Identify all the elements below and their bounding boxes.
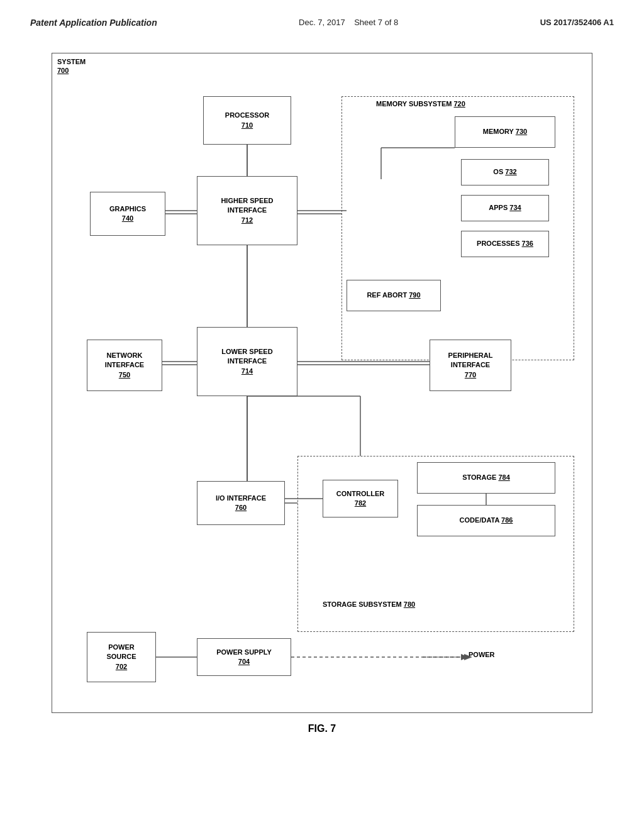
os-box: OS 732 xyxy=(461,159,549,185)
ref-abort-box: REF ABORT 790 xyxy=(347,280,441,311)
svg-marker-10 xyxy=(461,654,469,660)
processor-box: PROCESSOR 710 xyxy=(203,96,291,145)
storage-subsystem-label: STORAGE SUBSYSTEM 780 xyxy=(323,600,415,608)
network-box: NETWORK INTERFACE 750 xyxy=(87,340,162,391)
system-label: SYSTEM 700 xyxy=(57,57,86,75)
lower-speed-box: LOWER SPEED INTERFACE 714 xyxy=(197,327,297,396)
power-source-box: POWER SOURCE 702 xyxy=(87,632,156,682)
header-right: US 2017/352406 A1 xyxy=(540,18,614,27)
header-center: Dec. 7, 2017 Sheet 7 of 8 xyxy=(299,18,398,27)
memory-subsystem-label: MEMORY SUBSYSTEM 720 xyxy=(376,100,465,108)
memory-box: MEMORY 730 xyxy=(455,116,555,148)
code-data-box: CODE/DATA 786 xyxy=(417,505,555,536)
processes-box: PROCESSES 736 xyxy=(461,231,549,257)
graphics-box: GRAPHICS 740 xyxy=(90,192,165,236)
higher-speed-box: HIGHER SPEED INTERFACE 712 xyxy=(197,176,297,245)
power-supply-box: POWER SUPPLY 704 xyxy=(197,638,291,676)
io-interface-box: I/O INTERFACE 760 xyxy=(197,481,285,525)
controller-box: CONTROLLER 782 xyxy=(323,480,398,517)
apps-box: APPS 734 xyxy=(461,195,549,221)
page-header: Patent Application Publication Dec. 7, 2… xyxy=(0,0,644,34)
peripheral-box: PERIPHERAL INTERFACE 770 xyxy=(430,340,511,391)
header-left: Patent Application Publication xyxy=(30,18,157,28)
storage-box: STORAGE 784 xyxy=(417,462,555,494)
power-label: POWER xyxy=(469,651,495,658)
main-box: SYSTEM 700 xyxy=(52,53,592,713)
diagram-container: SYSTEM 700 xyxy=(52,53,592,734)
fig-label: FIG. 7 xyxy=(52,723,592,734)
